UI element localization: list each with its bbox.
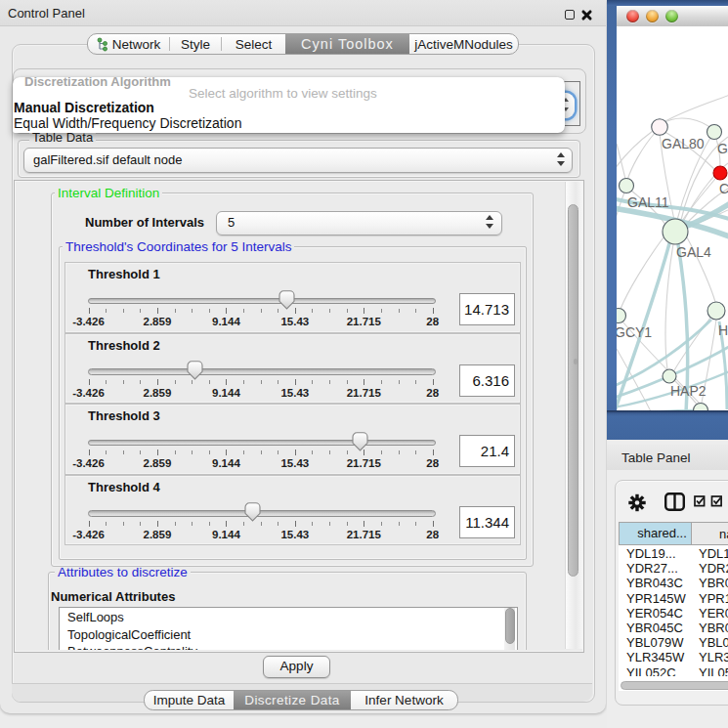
svg-text:H: H bbox=[718, 322, 728, 338]
svg-text:GAL11: GAL11 bbox=[627, 194, 669, 210]
svg-text:GAL4: GAL4 bbox=[676, 244, 711, 260]
svg-text:GCY1: GCY1 bbox=[617, 324, 652, 340]
svg-text:C: C bbox=[719, 181, 728, 196]
svg-text:HAP2: HAP2 bbox=[670, 383, 707, 399]
svg-text:GA: GA bbox=[717, 141, 728, 156]
svg-text:GAL80: GAL80 bbox=[662, 136, 705, 151]
